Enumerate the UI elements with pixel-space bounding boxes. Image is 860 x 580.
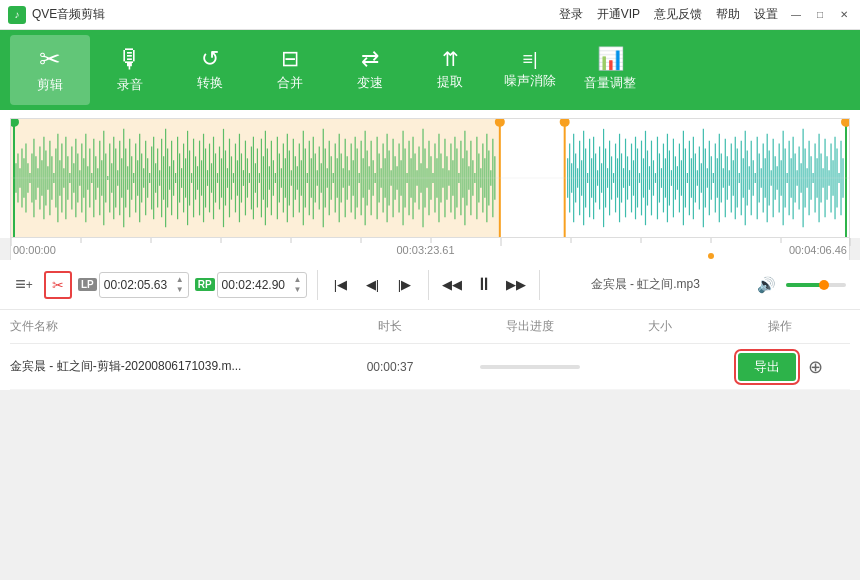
merge-icon: ⊟ — [281, 48, 299, 70]
lp-spin: ▲ ▼ — [176, 275, 184, 295]
controls-row: ≡+ ✂ LP ▲ ▼ RP ▲ ▼ |◀ ◀| |▶ ◀◀ ⏸ ▶▶ 金 — [0, 260, 860, 310]
convert-icon: ↺ — [201, 48, 219, 70]
volume-slider[interactable] — [786, 283, 846, 287]
toolbar-volume[interactable]: 📊 音量调整 — [570, 35, 650, 105]
fast-fwd-button[interactable]: ▶▶ — [503, 272, 529, 298]
svg-point-784 — [708, 253, 714, 259]
titlebar: ♪ QVE音频剪辑 登录 开通VIP 意见反馈 帮助 设置 — □ ✕ — [0, 0, 860, 30]
app-icon: ♪ — [8, 6, 26, 24]
fast-back-button[interactable]: ◀◀ — [439, 272, 465, 298]
lp-time-input-wrap[interactable]: ▲ ▼ — [99, 272, 189, 298]
pause-button[interactable]: ⏸ — [471, 272, 497, 298]
progress-bar — [480, 365, 580, 369]
lp-spin-up[interactable]: ▲ — [176, 275, 184, 285]
cut-label: 剪辑 — [37, 76, 63, 94]
time-mid: 00:03:23.61 — [396, 244, 454, 256]
waveform-area — [0, 110, 860, 238]
header-filename: 文件名称 — [10, 318, 330, 335]
add-list-button[interactable]: ≡+ — [10, 271, 38, 299]
denoise-icon: ≡| — [522, 50, 537, 68]
merge-label: 合并 — [277, 74, 303, 92]
row-duration: 00:00:37 — [330, 360, 450, 374]
extract-icon: ⇈ — [442, 49, 459, 69]
maximize-button[interactable]: □ — [812, 7, 828, 23]
cut-icon: ✂ — [39, 46, 61, 72]
svg-point-769 — [841, 119, 849, 127]
nav-feedback[interactable]: 意见反馈 — [654, 6, 702, 23]
volume-adjust-icon: 📊 — [597, 48, 624, 70]
waveform-container[interactable] — [10, 118, 850, 238]
separator-2 — [428, 270, 429, 300]
file-list-area: 文件名称 时长 导出进度 大小 操作 金宾晨 - 虹之间-剪辑-20200806… — [0, 310, 860, 390]
to-start-button[interactable]: |◀ — [328, 272, 354, 298]
rp-time-input-wrap[interactable]: ▲ ▼ — [217, 272, 307, 298]
rp-time-input[interactable] — [222, 278, 292, 292]
window-controls: — □ ✕ — [788, 7, 852, 23]
file-list-header: 文件名称 时长 导出进度 大小 操作 — [10, 310, 850, 344]
volume-thumb[interactable] — [819, 280, 829, 290]
lp-spin-down[interactable]: ▼ — [176, 285, 184, 295]
nav-help[interactable]: 帮助 — [716, 6, 740, 23]
nav-settings[interactable]: 设置 — [754, 6, 778, 23]
volume-label: 音量调整 — [584, 74, 636, 92]
record-label: 录音 — [117, 76, 143, 94]
denoise-label: 噪声消除 — [504, 72, 556, 90]
timeline: 00:00:00 00:03:23.61 00:04:06.46 — [10, 238, 850, 260]
row-progress-col — [450, 365, 610, 369]
header-duration: 时长 — [330, 318, 450, 335]
toolbar-record[interactable]: 🎙 录音 — [90, 35, 170, 105]
rp-spin-down[interactable]: ▼ — [294, 285, 302, 295]
time-end: 00:04:06.46 — [789, 244, 847, 256]
nav-vip[interactable]: 开通VIP — [597, 6, 640, 23]
convert-label: 转换 — [197, 74, 223, 92]
toolbar-extract[interactable]: ⇈ 提取 — [410, 35, 490, 105]
toolbar-convert[interactable]: ↺ 转换 — [170, 35, 250, 105]
nav-login[interactable]: 登录 — [559, 6, 583, 23]
separator-1 — [317, 270, 318, 300]
export-button[interactable]: 导出 — [738, 353, 796, 381]
header-size: 大小 — [610, 318, 710, 335]
rp-spin-up[interactable]: ▲ — [294, 275, 302, 285]
table-row: 金宾晨 - 虹之间-剪辑-20200806171039.m... 00:00:3… — [10, 344, 850, 390]
extract-label: 提取 — [437, 73, 463, 91]
toolbar-cut[interactable]: ✂ 剪辑 — [10, 35, 90, 105]
more-options-button[interactable]: ⊕ — [808, 356, 823, 378]
time-start: 00:00:00 — [13, 244, 56, 256]
volume-icon: 🔊 — [757, 276, 776, 294]
record-icon: 🎙 — [117, 46, 143, 72]
speed-icon: ⇄ — [361, 48, 379, 70]
minimize-button[interactable]: — — [788, 7, 804, 23]
volume-fill — [786, 283, 822, 287]
step-back-button[interactable]: ◀| — [360, 272, 386, 298]
lp-badge: LP — [78, 278, 97, 291]
app-title: QVE音频剪辑 — [32, 6, 559, 23]
rp-spin: ▲ ▼ — [294, 275, 302, 295]
toolbar: ✂ 剪辑 🎙 录音 ↺ 转换 ⊟ 合并 ⇄ 变速 ⇈ 提取 ≡| 噪声消除 📊 … — [0, 30, 860, 110]
lp-time-input[interactable] — [104, 278, 174, 292]
toolbar-speed[interactable]: ⇄ 变速 — [330, 35, 410, 105]
row-filename: 金宾晨 - 虹之间-剪辑-20200806171039.m... — [10, 358, 330, 375]
row-action: 导出 ⊕ — [710, 353, 850, 381]
speed-label: 变速 — [357, 74, 383, 92]
toolbar-denoise[interactable]: ≡| 噪声消除 — [490, 35, 570, 105]
scissors-button[interactable]: ✂ — [44, 271, 72, 299]
close-button[interactable]: ✕ — [836, 7, 852, 23]
step-fwd-button[interactable]: |▶ — [392, 272, 418, 298]
header-action: 操作 — [710, 318, 850, 335]
separator-3 — [539, 270, 540, 300]
filename-label: 金宾晨 - 虹之间.mp3 — [550, 276, 741, 293]
rp-badge: RP — [195, 278, 215, 291]
header-progress: 导出进度 — [450, 318, 610, 335]
title-nav: 登录 开通VIP 意见反馈 帮助 设置 — [559, 6, 778, 23]
toolbar-merge[interactable]: ⊟ 合并 — [250, 35, 330, 105]
